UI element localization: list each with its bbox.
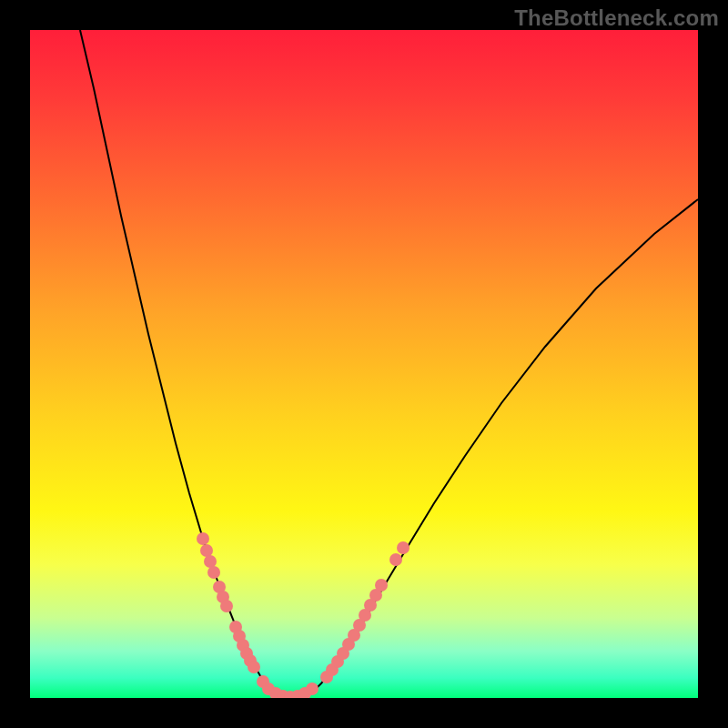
curve-marker bbox=[220, 600, 233, 612]
curve-marker bbox=[197, 532, 209, 545]
plot-area bbox=[30, 30, 698, 698]
curve-marker bbox=[389, 553, 402, 566]
curve-marker-group bbox=[197, 532, 410, 698]
curve-marker bbox=[207, 566, 220, 579]
curve-marker bbox=[397, 541, 410, 554]
curve-marker bbox=[204, 555, 217, 568]
curve-marker bbox=[375, 579, 388, 592]
curve-marker bbox=[248, 661, 260, 673]
bottleneck-curve bbox=[80, 30, 698, 697]
curve-marker bbox=[200, 544, 213, 557]
outer-frame: TheBottleneck.com bbox=[0, 0, 728, 728]
watermark-text: TheBottleneck.com bbox=[514, 5, 719, 31]
curve-svg bbox=[30, 30, 698, 698]
curve-marker bbox=[306, 682, 318, 695]
